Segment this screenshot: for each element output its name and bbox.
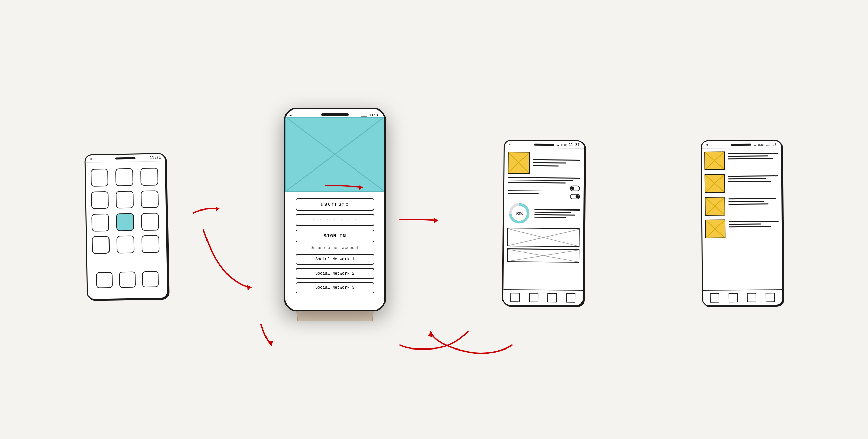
app-icon-5[interactable] [116,191,134,208]
bottom-app-row [87,267,167,292]
list-text-3 [728,196,778,205]
svg-line-15 [508,228,579,246]
lt-1-3 [728,158,773,159]
app-icon-2[interactable] [115,168,133,186]
chart-svg-2 [508,249,579,262]
svg-line-25 [705,197,724,215]
list-item-2 [704,174,778,193]
app-icon-8-highlighted[interactable] [116,213,134,231]
svg-line-22 [705,175,724,192]
list-thumb-1-x [705,152,724,169]
svg-line-7 [285,117,384,192]
chart-svg [508,228,579,246]
svg-line-21 [705,152,724,169]
donut-svg: 92% [507,201,531,225]
app-icon-3[interactable] [140,168,158,186]
chart-area [507,227,579,247]
nav-icon-3[interactable] [547,293,557,302]
donut-line-4 [534,217,566,218]
screen1-wrapper: ✉ 11:31 [86,154,167,299]
list-text-4 [728,219,778,227]
svg-line-19 [508,249,579,262]
list-item-3 [705,196,778,216]
svg-line-11 [508,152,529,173]
hero-banner [285,117,384,192]
toggles-group [570,185,580,199]
svg-line-26 [705,220,724,237]
list-thumb-4-x [705,220,724,237]
bottom-app-2[interactable] [119,271,136,288]
list-thumb-4 [705,219,725,238]
screen4-nav-icon-3[interactable] [747,293,756,302]
lt-1-1 [728,153,778,154]
lt-1-2 [728,155,768,157]
svg-marker-4 [434,218,438,223]
lt-2-3 [728,181,771,182]
app-icon-10[interactable] [92,236,110,254]
main-scene: ✉ 11:31 [27,20,841,420]
screen4-status-right: ☁ ◫◫◫ 11:31 [754,142,777,147]
nav-icon-2[interactable] [529,293,538,302]
screen4-wrapper: ✉ ☁ ◫◫◫ 11:31 [701,140,783,306]
screen3-mail-icon: ✉ [508,142,511,146]
svg-marker-1 [216,207,220,211]
screen4-nav-icon-4[interactable] [765,293,775,302]
toggle-1[interactable] [570,185,580,191]
line-1 [533,159,580,160]
svg-marker-3 [269,341,273,345]
bottom-app-1[interactable] [96,272,113,288]
app-grid [85,163,166,258]
app-icon-11[interactable] [116,235,134,253]
screen1-status-right: 11:31 [150,155,161,160]
toggle-line-1 [507,190,545,191]
svg-line-27 [705,220,724,237]
social-network-2-button[interactable]: Social Network 2 [296,268,374,279]
svg-line-20 [705,152,724,169]
social-network-3-button[interactable]: Social Network 3 [296,282,374,293]
lt-3-3 [728,203,768,205]
dash-header [508,152,580,174]
donut-chart: 92% [507,201,531,225]
nav-icon-1[interactable] [510,293,520,302]
lt-4-2 [729,223,761,225]
app-icon-1[interactable] [91,168,108,186]
list-thumb-2-x [705,175,724,192]
svg-line-18 [508,249,579,262]
list-item-1 [704,151,778,170]
app-icon-9[interactable] [141,213,159,231]
social-network-1-button[interactable]: Social Network 1 [296,254,374,265]
svg-rect-9 [286,117,384,191]
screen4-nav-icon-2[interactable] [728,293,738,302]
screen1-mail-icon: ✉ [90,156,92,161]
list-thumb-3 [705,197,725,216]
toggle-2[interactable] [570,194,580,199]
app-icon-12[interactable] [141,235,159,253]
app-icon-7[interactable] [91,213,109,231]
username-field[interactable]: username [296,198,374,211]
lt-3-2 [728,201,764,202]
list-text-1 [728,151,778,159]
lt-4-3 [729,226,771,227]
screen4-list: ✉ ☁ ◫◫◫ 11:31 [700,139,783,306]
list-text-2 [728,174,778,182]
app-icon-4[interactable] [91,191,109,209]
donut-line-1 [534,209,580,210]
svg-marker-0 [247,285,251,290]
screen4-nav-icon-1[interactable] [710,293,719,302]
password-field[interactable]: · · · · · · · [296,214,374,226]
app-icon-6[interactable] [140,190,158,208]
screen3-wrapper: ✉ ☁ ◫◫◫ 11:31 [503,140,584,306]
screen1-app-grid: ✉ 11:31 [84,153,168,300]
donut-text-lines [534,209,580,218]
toggle-line-2 [507,193,538,194]
svg-line-23 [705,175,724,192]
nav-icon-4[interactable] [566,293,575,302]
svg-line-10 [508,152,529,173]
svg-line-16 [508,228,579,246]
list-item-4 [705,219,778,238]
sign-in-button[interactable]: SIGN IN [296,230,374,242]
dash-img-x [508,152,529,173]
screen2-hand-group: ✉ ☁ ◫◫◫ 11:31 username · · · · · · · SIG… [284,108,386,311]
list-thumb-3-x [705,197,724,215]
bottom-app-3[interactable] [142,271,159,287]
